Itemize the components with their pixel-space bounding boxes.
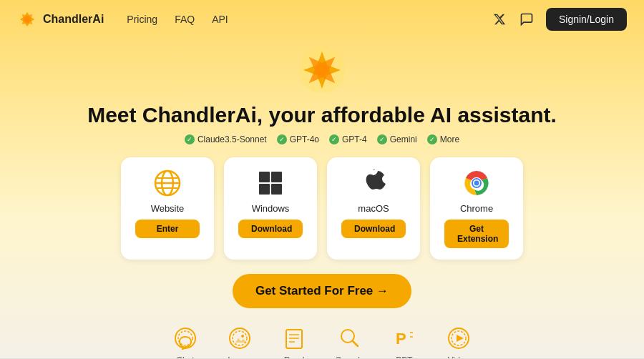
logo-icon xyxy=(17,9,37,29)
nav-api[interactable]: API xyxy=(212,14,228,25)
badge-claude: ✓ Claude3.5-Sonnet xyxy=(185,134,267,144)
svg-line-27 xyxy=(353,341,358,346)
platform-card-chrome: Chrome Get Extension xyxy=(430,157,523,260)
navbar: ChandlerAi Pricing FAQ API Signin/Login xyxy=(0,0,644,39)
svg-rect-7 xyxy=(259,172,270,182)
platform-card-macos: macOS Download xyxy=(327,157,420,260)
read-feature-icon xyxy=(281,325,307,351)
svg-point-21 xyxy=(241,335,244,338)
svg-marker-33 xyxy=(457,335,464,342)
feature-ppt[interactable]: P PPT xyxy=(391,325,417,359)
feature-image[interactable]: Image xyxy=(227,325,253,359)
check-icon: ✓ xyxy=(277,134,287,144)
platform-card-website: Website Enter xyxy=(121,157,214,260)
svg-rect-8 xyxy=(271,172,282,182)
get-started-button[interactable]: Get Started For Free → xyxy=(233,274,411,308)
macos-download-button[interactable]: Download xyxy=(341,220,406,238)
badge-gemini: ✓ Gemini xyxy=(377,134,417,144)
nav-pricing[interactable]: Pricing xyxy=(127,14,157,25)
model-badges: ✓ Claude3.5-Sonnet ✓ GPT-4o ✓ GPT-4 ✓ Ge… xyxy=(185,134,459,144)
macos-label: macOS xyxy=(358,203,389,214)
platform-card-windows: Windows Download xyxy=(224,157,317,260)
chat-bubble-icon[interactable] xyxy=(519,11,535,27)
svg-rect-9 xyxy=(259,184,270,195)
svg-rect-22 xyxy=(286,330,302,348)
windows-icon xyxy=(256,169,285,197)
windows-label: Windows xyxy=(252,203,290,214)
chrome-label: Chrome xyxy=(460,203,493,214)
feature-search[interactable]: Search xyxy=(336,325,363,359)
website-enter-button[interactable]: Enter xyxy=(135,220,200,238)
svg-point-16 xyxy=(474,181,479,186)
check-icon: ✓ xyxy=(427,134,437,144)
nav-faq[interactable]: FAQ xyxy=(175,14,195,25)
svg-text:P: P xyxy=(396,330,406,348)
ppt-feature-icon: P xyxy=(391,325,417,351)
badge-gpt4o: ✓ GPT-4o xyxy=(277,134,319,144)
image-feature-icon xyxy=(227,325,253,351)
check-icon: ✓ xyxy=(377,134,387,144)
svg-point-20 xyxy=(233,331,247,345)
website-label: Website xyxy=(151,203,185,214)
macos-icon xyxy=(359,169,388,197)
chat-feature-icon xyxy=(172,325,198,351)
feature-read[interactable]: Read xyxy=(281,325,307,359)
logo[interactable]: ChandlerAi xyxy=(17,9,104,29)
hero-logo-icon xyxy=(298,46,346,94)
badge-more: ✓ More xyxy=(427,134,459,144)
video-feature-icon xyxy=(446,325,472,351)
website-icon xyxy=(153,169,182,197)
main-content: Meet ChandlerAi, your affordable AI assi… xyxy=(0,39,644,359)
signin-button[interactable]: Signin/Login xyxy=(546,8,627,31)
windows-download-button[interactable]: Download xyxy=(238,220,303,238)
badge-gpt4: ✓ GPT-4 xyxy=(329,134,367,144)
platform-cards: Website Enter Windows Download xyxy=(121,157,523,260)
hero-headline: Meet ChandlerAi, your affordable AI assi… xyxy=(87,103,557,127)
svg-rect-10 xyxy=(271,184,282,195)
feature-chat[interactable]: Chat xyxy=(172,325,198,359)
check-icon: ✓ xyxy=(329,134,339,144)
logo-label: ChandlerAi xyxy=(43,13,104,26)
feature-video[interactable]: Video xyxy=(446,325,472,359)
nav-links: Pricing FAQ API xyxy=(127,14,492,25)
chrome-extension-button[interactable]: Get Extension xyxy=(444,220,509,248)
check-icon: ✓ xyxy=(185,134,195,144)
twitter-icon[interactable] xyxy=(492,11,507,27)
search-feature-icon xyxy=(336,325,362,351)
feature-icons-row: Chat Image xyxy=(172,325,472,359)
navbar-social-icons xyxy=(492,11,535,27)
chrome-icon xyxy=(462,169,491,197)
